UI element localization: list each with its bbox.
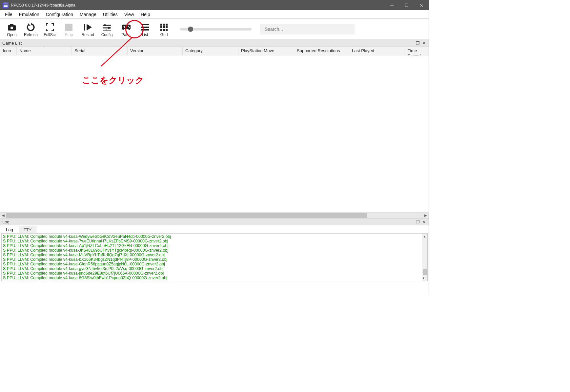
log-line: S PPU: LLVM: Compiled module v4-kusa-7we… <box>3 239 426 243</box>
stop-icon <box>64 23 73 32</box>
menu-configuration[interactable]: Configuration <box>43 11 76 18</box>
col-icon[interactable]: Icon <box>0 47 17 55</box>
log-line: S PPU: LLVM: Compiled module v4-kusa-jmd… <box>3 271 426 276</box>
svg-point-7 <box>108 27 110 29</box>
pads-label: Pads <box>121 32 130 37</box>
tab-tty[interactable]: TTY <box>19 226 37 233</box>
menu-emulation[interactable]: Emulation <box>16 11 43 18</box>
restart-label: Restart <box>82 32 94 37</box>
menu-view[interactable]: View <box>121 11 137 18</box>
svg-point-8 <box>105 30 107 31</box>
maximize-button[interactable] <box>399 0 414 10</box>
log-title: Log <box>2 219 10 224</box>
refresh-button[interactable]: Refresh <box>21 21 40 37</box>
col-name[interactable]: ⌃Name <box>17 47 72 55</box>
svg-rect-2 <box>10 24 13 26</box>
grid-label: Grid <box>160 32 168 37</box>
sliders-icon <box>102 23 112 32</box>
col-category[interactable]: Category <box>183 47 238 55</box>
open-button[interactable]: Open <box>2 21 21 37</box>
log-line: S PPU: LLVM: Compiled module v4-kusa-Gid… <box>3 262 426 266</box>
svg-rect-15 <box>163 26 165 28</box>
dock-close-button[interactable]: ✕ <box>421 41 427 46</box>
list-icon <box>140 23 150 32</box>
list-label: List <box>142 32 148 37</box>
pads-button[interactable]: Pads <box>116 21 135 37</box>
svg-rect-4 <box>65 24 72 31</box>
svg-point-9 <box>128 26 129 27</box>
svg-rect-11 <box>160 24 162 26</box>
hscroll-track[interactable] <box>6 213 423 218</box>
svg-rect-0 <box>405 4 408 7</box>
gamelist-hscrollbar[interactable]: ◀ ▶ <box>0 212 429 218</box>
config-label: Config <box>101 32 113 37</box>
fullscreen-icon <box>45 23 54 32</box>
log-line: S PPU: LLVM: Compiled module v4-kusa-gys… <box>3 266 426 271</box>
svg-rect-19 <box>166 29 168 31</box>
config-button[interactable]: Config <box>97 21 116 37</box>
log-body: S PPU: LLVM: Compiled module v4-kusa-Wed… <box>1 233 428 281</box>
vscroll-thumb[interactable] <box>423 269 427 275</box>
col-version[interactable]: Version <box>128 47 183 55</box>
tab-log[interactable]: Log <box>1 226 18 233</box>
open-label: Open <box>7 32 16 37</box>
log-dock-header: Log ❐ ✕ <box>0 218 429 225</box>
stop-button[interactable]: Stop <box>59 21 78 37</box>
sort-asc-icon: ⌃ <box>43 46 46 50</box>
camera-icon <box>7 23 16 32</box>
slider-knob[interactable] <box>188 27 193 32</box>
restart-button[interactable]: Restart <box>78 21 97 37</box>
svg-rect-5 <box>84 24 85 31</box>
svg-rect-16 <box>166 26 168 28</box>
search-input[interactable] <box>260 24 355 34</box>
menu-manage[interactable]: Manage <box>76 11 100 18</box>
icon-size-slider[interactable] <box>180 28 252 31</box>
svg-rect-18 <box>163 29 165 31</box>
gamelist-title: Game List <box>2 41 22 46</box>
col-psmove[interactable]: PlayStation Move <box>238 47 294 55</box>
dock-float-button[interactable]: ❐ <box>415 41 421 46</box>
svg-rect-17 <box>160 29 162 31</box>
restart-icon <box>83 23 92 32</box>
col-serial[interactable]: Serial <box>72 47 128 55</box>
scroll-left-icon[interactable]: ◀ <box>0 214 6 217</box>
fullscreen-button[interactable]: FullScr <box>40 21 59 37</box>
svg-point-6 <box>104 24 106 26</box>
titlebar: RPCS3 0.0.17-12443-fcbacf8a Alpha <box>0 0 429 10</box>
svg-rect-14 <box>160 26 162 28</box>
svg-rect-12 <box>163 24 165 26</box>
log-tabs: Log TTY <box>0 225 429 233</box>
col-timeplayed[interactable]: Time Played <box>405 47 429 55</box>
log-dock-float-button[interactable]: ❐ <box>415 219 421 224</box>
col-resolutions[interactable]: Supported Resolutions <box>294 47 349 55</box>
grid-button[interactable]: Grid <box>154 21 173 37</box>
log-dock-close-button[interactable]: ✕ <box>421 219 427 224</box>
svg-point-10 <box>129 27 130 28</box>
log-line: S PPU: LLVM: Compiled module v4-kusa-Ap1… <box>3 243 426 248</box>
scroll-right-icon[interactable]: ▶ <box>423 214 429 217</box>
refresh-label: Refresh <box>24 32 38 37</box>
grid-icon <box>159 23 169 32</box>
menu-utilities[interactable]: Utilities <box>100 11 121 18</box>
list-button[interactable]: List <box>135 21 154 37</box>
hscroll-thumb[interactable] <box>6 213 367 218</box>
gamelist-dock-header: Game List ❐ ✕ <box>0 40 429 47</box>
log-line: S PPU: LLVM: Compiled module v4-kusa-JhS… <box>3 248 426 253</box>
scroll-up-icon[interactable]: ▲ <box>422 234 427 239</box>
gamelist-table-header: Icon ⌃Name Serial Version Category PlayS… <box>0 47 429 55</box>
gamelist-content <box>0 55 429 212</box>
log-line: S PPU: LLVM: Compiled module v4-kusa-MsV… <box>3 253 426 257</box>
col-lastplayed[interactable]: Last Played <box>349 47 405 55</box>
log-line: S PPU: LLVM: Compiled module v4-kusa-bX1… <box>3 257 426 262</box>
menu-help[interactable]: Help <box>137 11 153 18</box>
menu-file[interactable]: File <box>2 11 16 18</box>
scroll-down-icon[interactable]: ▼ <box>422 275 425 281</box>
menubar: File Emulation Configuration Manage Util… <box>0 10 429 19</box>
close-button[interactable] <box>414 0 429 10</box>
log-vscrollbar[interactable]: ▲ ▼ <box>422 234 427 281</box>
minimize-button[interactable] <box>384 0 399 10</box>
svg-point-3 <box>10 27 13 29</box>
fullscreen-label: FullScr <box>44 32 56 37</box>
toolbar: Open Refresh FullScr Stop Restart Config… <box>0 19 429 40</box>
log-line: S PPU: LLVM: Compiled module v4-kusa-8G8… <box>3 276 426 280</box>
